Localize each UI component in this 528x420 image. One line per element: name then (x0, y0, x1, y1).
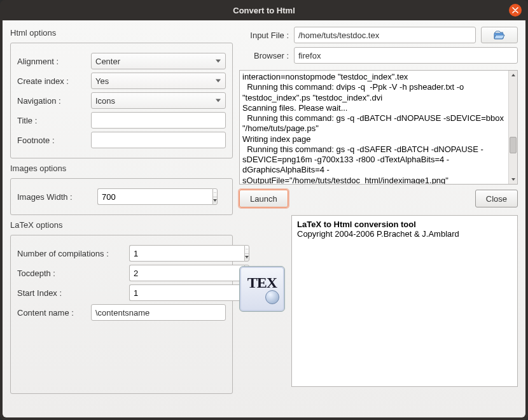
input-file-label: Input File : (239, 31, 289, 40)
content-name-input[interactable] (91, 304, 226, 321)
create-index-combobox[interactable]: Yes (91, 73, 226, 89)
images-width-spinbox[interactable] (97, 188, 199, 205)
latex-options-group: Number of compilations : Tocdepth : (10, 235, 233, 394)
log-output: interaction=nonstopmode "testdoc_index".… (239, 70, 518, 185)
info-copyright: Copyright 2004-2006 P.Brachet & J.Amblar… (297, 229, 512, 239)
globe-icon (265, 290, 279, 304)
window-title: Convert to Html (233, 6, 295, 15)
content-name-label: Content name : (17, 308, 87, 318)
html-options-label: Html options (10, 28, 233, 38)
input-file-input[interactable] (294, 27, 476, 43)
launch-button[interactable]: Launch (239, 190, 288, 207)
titlebar: Convert to Html (0, 0, 528, 20)
chevron-down-icon (213, 199, 217, 202)
images-width-step-up[interactable] (213, 189, 217, 197)
tocdepth-spinbox[interactable] (129, 265, 193, 281)
start-index-input[interactable] (129, 284, 244, 301)
footnote-label: Footnote : (17, 136, 87, 145)
title-label: Title : (17, 116, 87, 125)
scroll-up-icon (511, 74, 515, 76)
compilations-input[interactable] (129, 245, 244, 262)
left-column: Html options Alignment : Center Create i… (10, 27, 233, 411)
images-options-group: Images Width : (10, 178, 233, 215)
title-input[interactable] (91, 112, 226, 129)
start-index-label: Start Index : (17, 288, 125, 298)
log-text[interactable]: interaction=nonstopmode "testdoc_index".… (240, 71, 508, 184)
content-area: Html options Alignment : Center Create i… (3, 20, 525, 417)
window-close-button[interactable] (509, 4, 522, 17)
navigation-combobox[interactable]: Icons (91, 92, 226, 109)
navigation-label: Navigation : (17, 96, 87, 106)
images-width-label: Images Width : (17, 192, 94, 202)
create-index-label: Create index : (17, 76, 87, 86)
scrollbar-thumb[interactable] (510, 137, 517, 153)
log-scrollbar[interactable] (508, 71, 517, 184)
open-file-icon (493, 30, 506, 40)
browser-input[interactable] (294, 47, 518, 64)
chevron-up-icon (213, 192, 217, 193)
dialog-window: Convert to Html Html options Alignment :… (0, 0, 528, 420)
close-button[interactable]: Close (475, 190, 518, 207)
html-options-group: Alignment : Center Create index : Yes Na… (10, 43, 233, 158)
browser-label: Browser : (239, 51, 289, 60)
images-options-label: Images options (10, 164, 233, 173)
images-width-step-down[interactable] (213, 197, 217, 205)
tocdepth-label: Tocdepth : (17, 269, 125, 278)
compilations-spinbox[interactable] (129, 245, 193, 262)
open-file-button[interactable] (481, 27, 518, 43)
right-column: Input File : Browser : interaction=nonst… (239, 27, 518, 411)
latex-options-label: LaTeX options (10, 220, 233, 230)
close-icon (512, 7, 518, 13)
footnote-input[interactable] (91, 132, 226, 148)
images-width-input[interactable] (97, 188, 212, 205)
info-title: LaTeX to Html conversion tool (297, 220, 512, 229)
info-box: LaTeX to Html conversion tool Copyright … (291, 215, 518, 387)
tocdepth-input[interactable] (129, 265, 244, 281)
tex-logo-icon: TEX (239, 266, 285, 312)
compilations-label: Number of compilations : (17, 249, 125, 258)
tex-logo-text: TEX (247, 274, 277, 291)
alignment-label: Alignment : (17, 57, 87, 66)
scroll-down-icon (511, 178, 515, 181)
start-index-spinbox[interactable] (129, 284, 193, 301)
alignment-combobox[interactable]: Center (91, 53, 226, 69)
